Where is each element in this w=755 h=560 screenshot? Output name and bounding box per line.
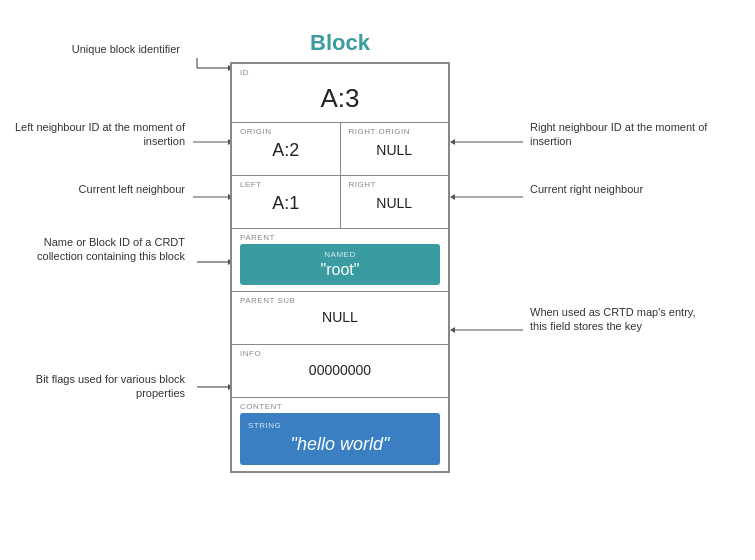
content-string-label: STRING bbox=[248, 421, 432, 430]
row-parent: PARENT NAMED "root" bbox=[232, 229, 448, 292]
cell-origin: ORIGIN A:2 bbox=[232, 123, 341, 175]
right-origin-value: NULL bbox=[349, 142, 441, 158]
svg-marker-6 bbox=[450, 139, 455, 145]
cell-parent-sub: PARENT SUB NULL bbox=[232, 292, 448, 344]
block-diagram: Block ID A:3 ORIGIN A:2 RIGHT ORIGIN NUL… bbox=[230, 30, 450, 473]
parent-label: PARENT bbox=[240, 233, 440, 242]
cell-parent: PARENT NAMED "root" bbox=[232, 229, 448, 291]
id-label: ID bbox=[240, 68, 249, 77]
left-label: LEFT bbox=[240, 180, 332, 189]
cell-right-origin: RIGHT ORIGIN NULL bbox=[341, 123, 449, 175]
parent-named-box: NAMED "root" bbox=[240, 244, 440, 285]
info-label: INFO bbox=[240, 349, 440, 358]
annotation-current-left: Current left neighbour bbox=[30, 182, 185, 196]
origin-value: A:2 bbox=[240, 140, 332, 161]
row-parent-sub: PARENT SUB NULL bbox=[232, 292, 448, 345]
svg-marker-14 bbox=[450, 327, 455, 333]
page: Block ID A:3 ORIGIN A:2 RIGHT ORIGIN NUL… bbox=[0, 0, 755, 560]
cell-right: RIGHT NULL bbox=[341, 176, 449, 228]
info-value: 00000000 bbox=[240, 362, 440, 378]
parent-named-label: NAMED bbox=[248, 250, 432, 259]
row-id: ID A:3 bbox=[232, 64, 448, 123]
annotation-current-right: Current right neighbour bbox=[530, 182, 710, 196]
annotation-parent-sub: When used as CRTD map's entry, this fiel… bbox=[530, 305, 715, 334]
parent-sub-label: PARENT SUB bbox=[240, 296, 440, 305]
right-label: RIGHT bbox=[349, 180, 441, 189]
row-left-right: LEFT A:1 RIGHT NULL bbox=[232, 176, 448, 229]
svg-marker-10 bbox=[450, 194, 455, 200]
parent-named-value: "root" bbox=[248, 261, 432, 279]
annotation-left-neighbour: Left neighbour ID at the moment of inser… bbox=[10, 120, 185, 149]
parent-sub-value: NULL bbox=[240, 309, 440, 325]
content-string-box: STRING "hello world" bbox=[240, 413, 440, 465]
right-origin-label: RIGHT ORIGIN bbox=[349, 127, 441, 136]
cell-left: LEFT A:1 bbox=[232, 176, 341, 228]
annotation-right-neighbour: Right neighbour ID at the moment of inse… bbox=[530, 120, 710, 149]
block-title: Block bbox=[230, 30, 450, 56]
block-outer: ID A:3 ORIGIN A:2 RIGHT ORIGIN NULL LEFT bbox=[230, 62, 450, 473]
cell-content: CONTENT STRING "hello world" bbox=[232, 398, 448, 471]
annotation-unique-block: Unique block identifier bbox=[20, 42, 180, 56]
content-string-value: "hello world" bbox=[248, 434, 432, 455]
left-value: A:1 bbox=[240, 193, 332, 214]
annotation-bit-flags: Bit flags used for various block propert… bbox=[30, 372, 185, 401]
annotation-parent-collection: Name or Block ID of a CRDT collection co… bbox=[15, 235, 185, 264]
content-label: CONTENT bbox=[240, 402, 440, 411]
id-value: A:3 bbox=[240, 83, 440, 114]
cell-info: INFO 00000000 bbox=[232, 345, 448, 397]
origin-label: ORIGIN bbox=[240, 127, 332, 136]
row-content: CONTENT STRING "hello world" bbox=[232, 398, 448, 471]
row-origin: ORIGIN A:2 RIGHT ORIGIN NULL bbox=[232, 123, 448, 176]
right-value: NULL bbox=[349, 195, 441, 211]
cell-id: ID A:3 bbox=[232, 64, 448, 122]
row-info: INFO 00000000 bbox=[232, 345, 448, 398]
